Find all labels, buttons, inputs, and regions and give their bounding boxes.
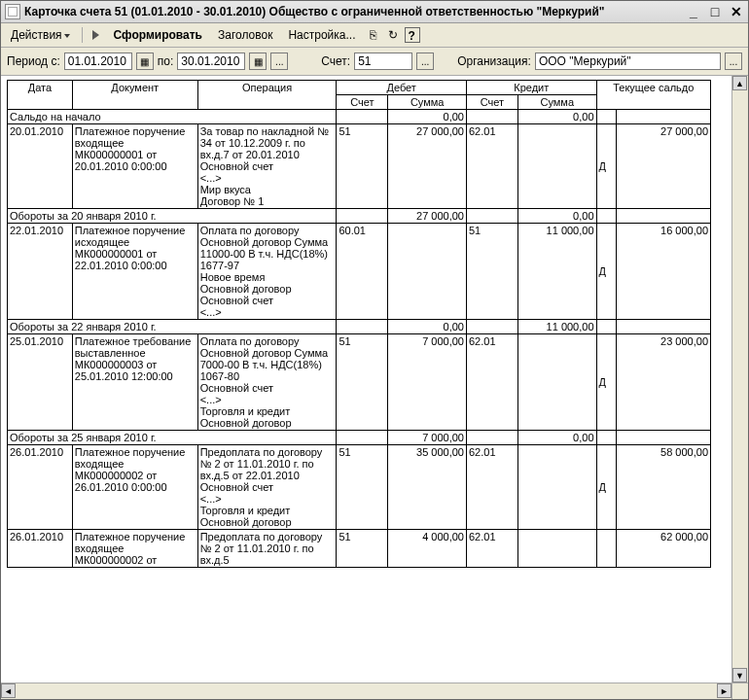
cell-credit-sum: 11 000,00	[517, 224, 596, 320]
opening-label: Сальдо на начало	[8, 110, 337, 124]
scroll-down-icon[interactable]: ▼	[732, 668, 747, 682]
subtotal-debit-sum: 27 000,00	[388, 209, 467, 224]
period-from-input[interactable]	[64, 52, 132, 70]
titlebar: Карточка счета 51 (01.01.2010 - 30.01.20…	[1, 1, 748, 23]
period-from-label: Период с:	[7, 54, 60, 68]
maximize-button[interactable]: □	[707, 4, 723, 19]
cell	[617, 110, 711, 124]
report-scroll[interactable]: Дата Документ Операция Дебет Кредит Теку…	[1, 76, 731, 682]
cell-debit-account: 51	[337, 445, 388, 530]
cell	[596, 431, 617, 445]
window-title: Карточка счета 51 (01.01.2010 - 30.01.20…	[24, 5, 686, 18]
scroll-left-icon[interactable]: ◄	[1, 683, 16, 698]
cell-date: 20.01.2010	[8, 124, 73, 209]
actions-menu[interactable]: Действия	[5, 26, 76, 44]
cell-balance-flag	[596, 530, 617, 568]
cell-date: 26.01.2010	[8, 445, 73, 530]
cell-credit-account: 62.01	[466, 124, 517, 209]
subtotal-debit-sum: 0,00	[388, 320, 467, 334]
cell-balance: 23 000,00	[617, 334, 711, 431]
account-input[interactable]	[354, 52, 412, 70]
cell-credit-sum	[517, 334, 596, 431]
cell-credit-account: 62.01	[466, 445, 517, 530]
chevron-down-icon	[64, 34, 70, 38]
refresh-icon[interactable]: ↻	[385, 27, 401, 43]
col-credit: Кредит	[466, 81, 596, 95]
cell-document: Платежное требование выставленное МК0000…	[72, 334, 197, 431]
col-operation: Операция	[197, 81, 337, 110]
calendar-from-icon[interactable]: ▦	[136, 52, 154, 70]
cell	[617, 431, 711, 445]
col-debit-sum: Сумма	[388, 95, 467, 110]
subtotal-row: Обороты за 22 января 2010 г.0,0011 000,0…	[8, 320, 711, 334]
table-row: 20.01.2010Платежное поручение входящее М…	[8, 124, 711, 209]
table-row: 26.01.2010Платежное поручение входящее М…	[8, 445, 711, 530]
cell	[596, 110, 617, 124]
cell-debit-account: 51	[337, 334, 388, 431]
play-icon[interactable]	[89, 27, 104, 43]
col-document: Документ	[72, 81, 197, 110]
vertical-scrollbar[interactable]: ▲ ▼	[731, 76, 748, 682]
cell-credit-sum	[517, 124, 596, 209]
scroll-right-icon[interactable]: ►	[717, 683, 731, 698]
toolbar: Действия Сформировать Заголовок Настройк…	[1, 23, 748, 48]
table-row: 22.01.2010Платежное поручение исходящее …	[8, 224, 711, 320]
cell-balance-flag: Д	[596, 334, 617, 431]
settings-button[interactable]: Настройка...	[282, 26, 361, 44]
cell	[337, 320, 388, 334]
cell	[596, 320, 617, 334]
cell-credit-sum	[517, 530, 596, 568]
cell	[466, 110, 517, 124]
cell-document: Платежное поручение входящее МК000000001…	[72, 124, 197, 209]
report-table: Дата Документ Операция Дебет Кредит Теку…	[7, 80, 711, 568]
help-icon[interactable]: ?	[405, 27, 420, 43]
cell-debit-sum	[388, 224, 467, 320]
cell-operation: Предоплата по договору № 2 от 11.01.2010…	[197, 445, 337, 530]
period-picker-button[interactable]: ...	[270, 52, 288, 70]
cell-balance: 62 000,00	[617, 530, 711, 568]
cell	[617, 320, 711, 334]
cell-operation: Предоплата по договору № 2 от 11.01.2010…	[197, 530, 337, 568]
period-to-input[interactable]	[177, 52, 245, 70]
cell-debit-sum: 4 000,00	[388, 530, 467, 568]
cell-balance-flag: Д	[596, 124, 617, 209]
opening-credit-sum: 0,00	[517, 110, 596, 124]
subtotal-row: Обороты за 25 января 2010 г.7 000,000,00	[8, 431, 711, 445]
minimize-button[interactable]: _	[686, 4, 701, 19]
subtotal-credit-sum: 11 000,00	[517, 320, 596, 334]
col-credit-account: Счет	[466, 95, 517, 110]
header-button[interactable]: Заголовок	[212, 26, 278, 44]
subtotal-credit-sum: 0,00	[517, 431, 596, 445]
app-icon	[5, 4, 20, 19]
cell-debit-account: 51	[337, 530, 388, 568]
cell-document: Платежное поручение входящее МК000000002…	[72, 530, 197, 568]
cell	[617, 209, 711, 224]
run-button[interactable]: Сформировать	[108, 26, 208, 44]
horizontal-scrollbar[interactable]: ◄ ►	[1, 682, 731, 699]
scroll-up-icon[interactable]: ▲	[732, 76, 747, 90]
period-to-label: по:	[158, 54, 174, 68]
cell-debit-sum: 7 000,00	[388, 334, 467, 431]
app-window: Карточка счета 51 (01.01.2010 - 30.01.20…	[0, 0, 749, 700]
cell-operation: За товар по накладной № 34 от 10.12.2009…	[197, 124, 337, 209]
copy-icon[interactable]: ⎘	[366, 27, 381, 43]
subtotal-label: Обороты за 22 января 2010 г.	[8, 320, 337, 334]
opening-balance-row: Сальдо на начало0,000,00	[8, 110, 711, 124]
subtotal-label: Обороты за 25 января 2010 г.	[8, 431, 337, 445]
org-input[interactable]	[535, 52, 721, 70]
subtotal-row: Обороты за 20 января 2010 г.27 000,000,0…	[8, 209, 711, 224]
close-button[interactable]: ✕	[729, 4, 744, 19]
subtotal-debit-sum: 7 000,00	[388, 431, 467, 445]
cell-credit-account: 51	[466, 224, 517, 320]
org-picker-button[interactable]: ...	[725, 52, 742, 70]
calendar-to-icon[interactable]: ▦	[249, 52, 267, 70]
col-debit: Дебет	[337, 81, 467, 95]
cell	[337, 209, 388, 224]
cell-credit-account: 62.01	[466, 530, 517, 568]
cell-credit-sum	[517, 445, 596, 530]
cell-document: Платежное поручение входящее МК000000002…	[72, 445, 197, 530]
account-picker-button[interactable]: ...	[416, 52, 434, 70]
table-row: 25.01.2010Платежное требование выставлен…	[8, 334, 711, 431]
cell-debit-sum: 35 000,00	[388, 445, 467, 530]
cell	[337, 431, 388, 445]
